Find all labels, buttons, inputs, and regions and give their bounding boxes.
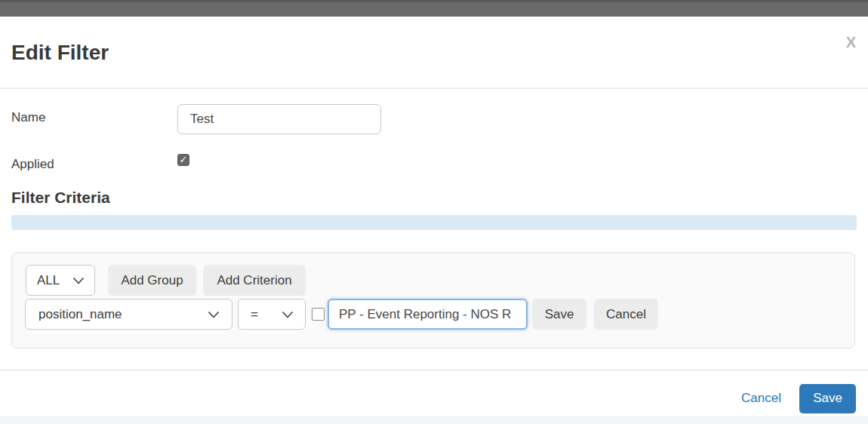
add-criterion-button[interactable]: Add Criterion [203, 265, 306, 296]
criterion-row: position_name = Save Cancel [25, 299, 658, 330]
criterion-operator-value: = [251, 307, 258, 322]
applied-checkbox[interactable]: ✓ [177, 154, 189, 166]
criterion-operator-select[interactable]: = [238, 299, 306, 330]
dialog-title: Edit Filter [11, 41, 109, 65]
group-operator-select[interactable]: ALL [26, 265, 95, 296]
criteria-info-bar [11, 215, 857, 230]
save-button[interactable]: Save [799, 384, 856, 413]
close-icon[interactable]: X [846, 35, 856, 50]
applied-label: Applied [11, 157, 54, 172]
criterion-cancel-button[interactable]: Cancel [594, 299, 658, 330]
chevron-down-icon [282, 307, 293, 322]
page-top-bar [0, 0, 868, 17]
page-bottom-strip [0, 416, 868, 424]
chevron-down-icon [208, 307, 219, 322]
criterion-checkbox[interactable] [312, 308, 325, 321]
group-operator-value: ALL [37, 273, 60, 288]
filter-criteria-heading: Filter Criteria [11, 189, 110, 207]
criteria-panel: ALL Add Group Add Criterion position_nam… [11, 252, 855, 349]
criteria-group-row: ALL Add Group Add Criterion [26, 265, 306, 296]
edit-filter-dialog: Edit Filter X Name Applied ✓ Filter Crit… [0, 17, 868, 416]
dialog-footer: Cancel Save [741, 383, 856, 413]
add-group-button[interactable]: Add Group [108, 265, 196, 296]
criterion-value-input[interactable] [328, 299, 528, 330]
criterion-field-select[interactable]: position_name [25, 299, 232, 330]
name-label: Name [11, 110, 45, 125]
header-divider [0, 88, 868, 89]
name-input[interactable] [177, 104, 381, 134]
footer-divider [0, 370, 868, 370]
chevron-down-icon [73, 273, 84, 288]
criterion-field-value: position_name [38, 307, 122, 322]
criterion-save-button[interactable]: Save [532, 299, 586, 330]
cancel-link[interactable]: Cancel [741, 391, 781, 406]
check-icon: ✓ [180, 154, 188, 165]
